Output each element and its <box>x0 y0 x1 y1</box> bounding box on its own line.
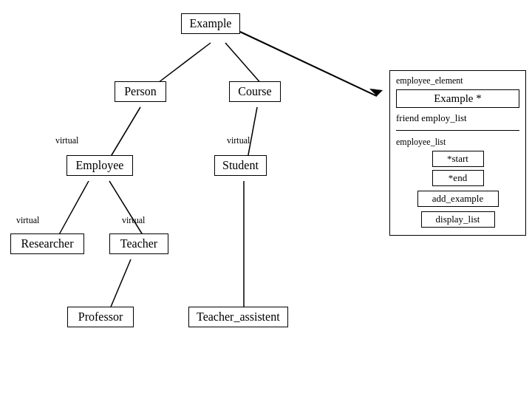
node-teacher-assistent: Teacher_assistent <box>188 307 288 327</box>
panel-employee-list: employee_list *start *end <box>396 137 519 186</box>
panel-display-list: display_list <box>421 211 495 228</box>
node-example: Example <box>181 13 240 34</box>
virtual-label-3: virtual <box>16 215 39 226</box>
node-researcher: Researcher <box>10 233 84 254</box>
svg-line-0 <box>155 43 211 85</box>
node-teacher: Teacher <box>109 233 168 254</box>
panel-end: *end <box>432 170 484 186</box>
label-professor: Professor <box>78 310 123 323</box>
virtual-label-2: virtual <box>227 135 250 146</box>
node-employee: Employee <box>66 155 133 176</box>
node-person: Person <box>115 81 166 102</box>
label-teacher-assistent: Teacher_assistent <box>197 310 280 323</box>
svg-marker-9 <box>369 89 383 96</box>
virtual-label-1: virtual <box>55 135 78 146</box>
panel-add-example: add_example <box>417 191 499 207</box>
panel-employee-list-title: employee_list <box>396 137 519 148</box>
panel-employee-element-title: employee_element <box>396 75 519 86</box>
label-student: Student <box>222 159 259 171</box>
svg-line-3 <box>248 107 257 159</box>
svg-line-6 <box>109 259 131 310</box>
label-teacher: Teacher <box>120 237 157 250</box>
label-person: Person <box>124 85 157 98</box>
svg-line-2 <box>109 107 140 159</box>
svg-line-1 <box>225 43 262 85</box>
panel-employee-element: employee_element Example * <box>396 75 519 108</box>
node-student: Student <box>214 155 267 176</box>
diagram: Example Person Course virtual virtual Em… <box>0 0 532 399</box>
panel-start: *start <box>432 151 484 167</box>
label-course: Course <box>238 85 271 98</box>
svg-line-4 <box>58 181 89 237</box>
node-course: Course <box>229 81 281 102</box>
node-professor: Professor <box>67 307 134 327</box>
label-researcher: Researcher <box>21 237 73 250</box>
label-employee: Employee <box>76 159 124 171</box>
panel-friend: friend employ_list <box>396 112 519 124</box>
panel-example-star: Example * <box>396 89 519 108</box>
label-example: Example <box>190 17 232 30</box>
svg-line-5 <box>109 181 144 237</box>
virtual-label-4: virtual <box>122 215 145 226</box>
